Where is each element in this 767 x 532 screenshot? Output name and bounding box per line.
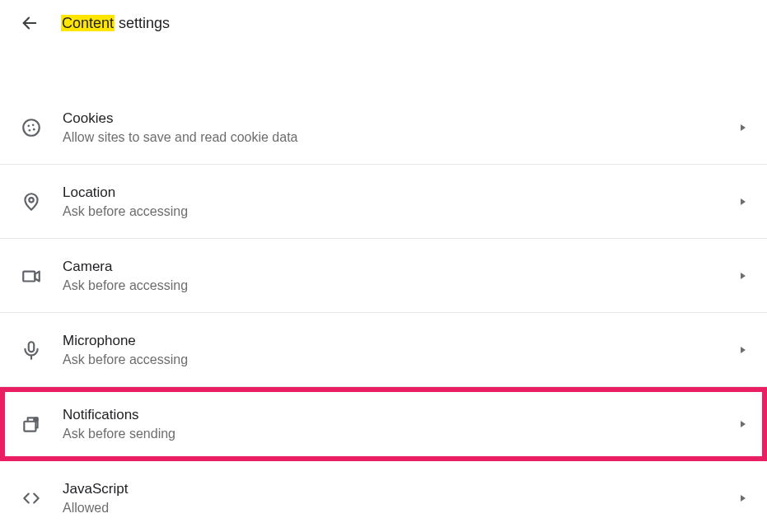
code-icon [21,488,42,509]
microphone-row-text: MicrophoneAsk before accessing [63,333,739,367]
svg-marker-10 [35,271,39,281]
microphone-row-icon [16,339,46,361]
cookies-row-icon [16,117,46,138]
svg-point-2 [27,124,30,127]
settings-row-cookies[interactable]: CookiesAllow sites to save and read cook… [0,91,767,165]
location-pin-icon [21,191,42,212]
microphone-row-subtitle: Ask before accessing [63,352,739,367]
cookies-row-title: Cookies [63,110,739,127]
svg-marker-18 [741,495,746,502]
notifications-row-title: Notifications [63,407,739,423]
camera-row-subtitle: Ask before accessing [63,278,739,293]
svg-marker-14 [741,347,746,353]
cookie-icon [21,117,42,138]
camera-row-icon [16,265,46,287]
back-button[interactable] [18,12,41,35]
svg-point-3 [32,124,35,126]
microphone-row-title: Microphone [63,333,739,349]
notifications-row-subtitle: Ask before sending [63,427,739,441]
header: Content settings [0,0,767,46]
settings-list: CookiesAllow sites to save and read cook… [0,91,767,532]
notification-icon [21,413,42,435]
notifications-row-text: NotificationsAsk before sending [63,407,739,441]
chevron-right-icon [739,494,747,502]
chevron-right-icon [739,272,747,280]
svg-marker-17 [741,421,746,427]
svg-rect-9 [23,271,35,281]
settings-row-microphone[interactable]: MicrophoneAsk before accessing [0,313,767,387]
svg-marker-6 [741,124,746,131]
svg-point-4 [29,128,31,131]
camera-icon [21,265,42,287]
svg-rect-12 [29,342,35,352]
svg-marker-8 [741,198,746,205]
arrow-left-icon [21,14,39,32]
settings-row-javascript[interactable]: JavaScriptAllowed [0,461,767,532]
camera-row-title: Camera [63,259,739,275]
location-row-title: Location [63,184,739,201]
location-row-text: LocationAsk before accessing [63,184,739,219]
settings-row-location[interactable]: LocationAsk before accessing [0,165,767,239]
svg-point-1 [23,119,40,136]
chevron-right-icon [739,124,747,132]
javascript-row-title: JavaScript [63,481,739,497]
javascript-row-icon [16,488,46,509]
svg-point-7 [29,198,33,202]
javascript-row-text: JavaScriptAllowed [63,481,739,516]
chevron-right-icon [739,346,747,354]
javascript-row-subtitle: Allowed [63,501,739,516]
cookies-row-subtitle: Allow sites to save and read cookie data [63,130,739,145]
page-title: Content settings [61,15,170,32]
microphone-icon [21,339,42,361]
location-row-icon [16,191,46,212]
chevron-right-icon [739,420,747,428]
chevron-right-icon [739,198,747,206]
cookies-row-text: CookiesAllow sites to save and read cook… [63,110,739,145]
svg-marker-11 [741,273,746,279]
svg-point-5 [33,128,35,130]
camera-row-text: CameraAsk before accessing [63,259,739,293]
location-row-subtitle: Ask before accessing [63,204,739,219]
page-title-highlight: Content [61,15,115,31]
svg-point-16 [33,417,38,422]
svg-rect-15 [24,421,35,431]
notifications-row-icon [16,413,46,435]
settings-row-camera[interactable]: CameraAsk before accessing [0,239,767,313]
page-title-rest: settings [115,15,170,31]
settings-row-notifications[interactable]: NotificationsAsk before sending [0,387,767,461]
